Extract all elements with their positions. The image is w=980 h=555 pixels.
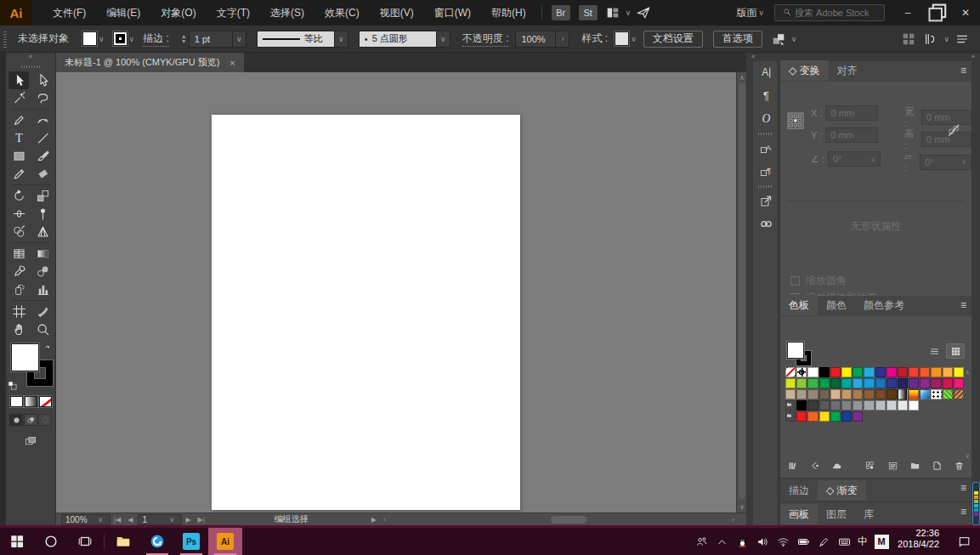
gradient-tool[interactable] [32, 245, 53, 263]
rectangle-tool[interactable] [8, 147, 29, 165]
grid-view-button[interactable] [946, 343, 965, 359]
swatch-2-11-grad-fire[interactable] [909, 389, 919, 399]
swatch-1-10[interactable] [898, 378, 908, 388]
canvas[interactable] [56, 72, 736, 513]
action-center-button[interactable] [948, 528, 980, 555]
swatch-0-8[interactable] [875, 367, 886, 377]
swatch-0-7[interactable] [864, 367, 874, 377]
stroke-gradient-tab-0[interactable]: 描边 [780, 480, 818, 501]
chevron-down-icon[interactable]: ∨ [626, 8, 632, 17]
opentype-panel-icon[interactable]: O [753, 107, 779, 130]
next-artboard-icon[interactable]: ▶ [185, 516, 190, 524]
swatch-4-5[interactable] [841, 411, 852, 422]
adobe-stock-search[interactable] [774, 4, 885, 21]
menu-item-5[interactable]: 效果(C) [314, 0, 370, 25]
swatch-3-4[interactable] [830, 400, 841, 411]
swatch-0-5[interactable] [841, 367, 852, 377]
swatch-1-9[interactable] [887, 378, 897, 388]
menu-item-2[interactable]: 对象(O) [150, 0, 206, 25]
document-tab[interactable]: 未标题-1 @ 100% (CMYK/GPU 预览) × [56, 53, 244, 72]
slice-tool[interactable] [32, 303, 53, 320]
swatch-0-12[interactable] [920, 367, 930, 377]
taskbar-clock[interactable]: 22:36 2018/4/22 [891, 528, 948, 555]
delete-swatch-button[interactable] [954, 459, 965, 473]
character-panel-icon[interactable]: A [753, 61, 779, 84]
swatch-1-7[interactable] [864, 378, 874, 388]
swatches-tab-0[interactable]: 色板 [780, 295, 818, 315]
eraser-tool[interactable] [32, 165, 53, 183]
control-bar-menu-icon[interactable] [955, 31, 970, 47]
people-tray-icon[interactable] [692, 528, 711, 555]
stroke-weight-label[interactable]: 描边 : [143, 31, 169, 47]
stroke-color-swatch[interactable] [113, 31, 127, 46]
ime-language-indicator[interactable]: 中 [853, 528, 872, 555]
swap-fill-stroke-icon[interactable] [44, 343, 54, 354]
magic-wand-tool[interactable] [8, 89, 29, 107]
direct-selection-tool[interactable] [32, 71, 53, 89]
swatch-3-11[interactable] [909, 400, 919, 411]
menu-item-7[interactable]: 窗口(W) [424, 0, 481, 25]
swatch-3-9[interactable] [887, 400, 897, 411]
swatch-3-7[interactable] [864, 400, 874, 411]
cc-link-panel-icon[interactable] [753, 212, 779, 235]
swatch-2-8[interactable] [875, 389, 886, 399]
swatch-1-12[interactable] [920, 378, 930, 388]
color-themes-button[interactable] [809, 459, 820, 473]
menu-item-4[interactable]: 选择(S) [260, 0, 314, 25]
docked-color-strip[interactable] [972, 482, 980, 525]
swatches-tab-1[interactable]: 颜色 [818, 295, 855, 315]
close-tab-icon[interactable]: × [229, 58, 235, 68]
line-segment-tool[interactable] [32, 129, 53, 147]
panel-grip[interactable] [3, 31, 7, 48]
swatch-0-2[interactable] [807, 367, 818, 377]
volume-tray-icon[interactable] [753, 528, 772, 555]
chevron-down-icon[interactable]: ∨ [758, 8, 764, 17]
puppet-warp-tool[interactable] [32, 205, 53, 223]
color-button[interactable] [10, 396, 23, 407]
menu-item-1[interactable]: 编辑(E) [96, 0, 150, 25]
swatch-libraries-button[interactable] [787, 459, 798, 473]
artboard-number-select[interactable]: 1∨ [138, 514, 182, 525]
swatch-3-2[interactable] [807, 400, 818, 411]
stock-button[interactable]: St [579, 5, 598, 20]
swatch-3-3[interactable] [819, 400, 830, 411]
touch-keyboard-tray-icon[interactable] [835, 528, 853, 555]
reference-point-icon[interactable] [787, 112, 804, 129]
swatch-2-2[interactable] [807, 389, 818, 399]
brush-select[interactable]: • 5 点圆形 [359, 31, 437, 48]
type-tool[interactable]: T [8, 129, 29, 147]
paragraph-styles-panel-icon[interactable]: ¶ [753, 160, 779, 183]
opacity-label[interactable]: 不透明度 : [462, 31, 509, 47]
none-button[interactable] [39, 396, 52, 407]
swatch-0-3[interactable] [819, 367, 830, 377]
swatch-1-15[interactable] [954, 378, 964, 388]
shaper-tool[interactable] [8, 165, 29, 183]
horizontal-scroll-thumb[interactable] [551, 516, 586, 524]
swatch-2-12-grad-sky[interactable] [920, 389, 930, 399]
checkbox-icon[interactable] [790, 276, 800, 286]
transform-tab-0[interactable]: ◇ 变换 [780, 60, 829, 81]
wifi-tray-icon[interactable] [773, 528, 792, 555]
brush-dropdown[interactable]: ∨ [437, 31, 450, 48]
vertical-scrollbar[interactable]: ∧ ∨ [736, 72, 746, 513]
restore-button[interactable] [922, 0, 951, 25]
document-setup-button[interactable]: 文档设置 [643, 31, 703, 48]
draw-normal-mode-button[interactable] [9, 414, 23, 426]
swatch-1-2[interactable] [807, 378, 818, 388]
artboards-tab-2[interactable]: 库 [855, 504, 882, 524]
swatch-2-15-pattern-brown[interactable] [954, 389, 964, 399]
search-input[interactable] [795, 8, 880, 18]
swatch-2-4[interactable] [830, 389, 841, 399]
eyedropper-tool[interactable] [8, 263, 29, 280]
status-collapse-icon[interactable]: ‹ [383, 516, 386, 524]
swatch-1-5[interactable] [841, 378, 852, 388]
artboard[interactable] [212, 115, 520, 510]
start-button[interactable] [0, 528, 34, 555]
chevron-down-icon[interactable]: ∨ [943, 35, 949, 43]
draw-inside-mode-button[interactable] [38, 414, 52, 426]
swatch-4-2[interactable] [807, 411, 818, 422]
collapse-tools-icon[interactable]: « [6, 53, 55, 60]
layout-dropdown[interactable]: 版面 [736, 6, 756, 20]
pen-tray-icon[interactable] [814, 528, 833, 555]
scroll-right-icon[interactable]: › [732, 515, 734, 524]
